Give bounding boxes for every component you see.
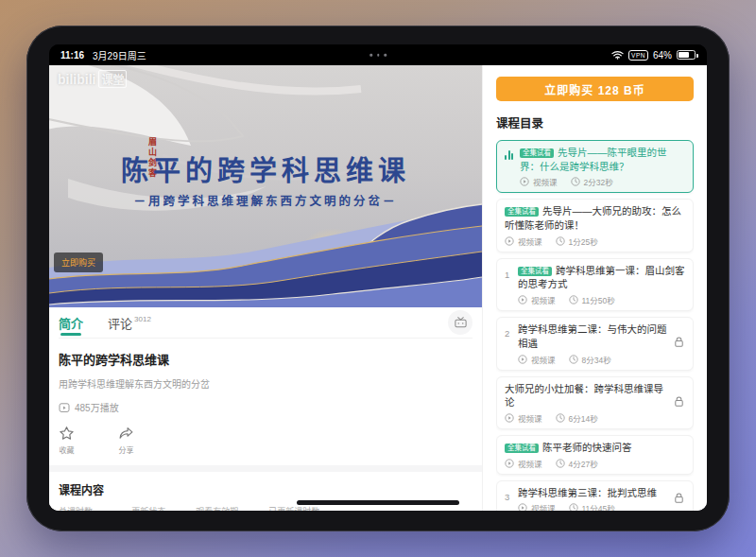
ipad-screen: 11:16 3月29日周三 VPN 64% [49,44,707,511]
video-icon [518,355,527,364]
catalog-panel: 立即购买 128 B币 课程目录 全集试看先导片——陈平眼里的世界：什么是跨学科… [482,65,707,511]
item-title: 陈平老师的快速问答 [542,442,632,453]
video-icon [518,503,527,511]
status-time: 11:16 [60,50,84,61]
favorite-button[interactable]: 收藏 [59,426,75,455]
catalog-heading: 课程目录 [496,113,694,131]
course-item[interactable]: 全集试看先导片——大师兄的助攻：怎么听懂陈老师的课！ 视频课 1分25秒 [496,199,694,252]
course-item[interactable]: 2 跨学科思维第二课：与伟大的问题相遇 视频课 8分34秒 [496,317,694,370]
course-content-heading: 课程内容 [59,481,472,497]
lock-icon [673,336,685,348]
desktop-background: 11:16 3月29日周三 VPN 64% [0,0,756,557]
banner-course-subtitle: －用跨学科思维理解东西方文明的分岔－ [49,191,482,209]
trial-badge: 全集试看 [520,148,554,158]
lock-icon [673,492,685,504]
course-banner: bilibili 课堂 眉山剑客 陈平的跨学科思维课 －用跨学科思维理解东西方文… [49,65,482,307]
video-icon [505,459,514,468]
video-icon [505,413,514,423]
course-stats: 总课时数 共10课时 更新状态 已完结 观看有效期 永久有效 [59,505,472,511]
comments-count: 3012 [134,315,151,323]
bilibili-watermark: bilibili 课堂 [58,70,127,88]
course-item-playing[interactable]: 全集试看先导片——陈平眼里的世界：什么是跨学科思维？ 视频课 2分32秒 [496,140,694,193]
lock-icon [673,395,685,408]
star-icon [59,426,75,442]
trial-badge: 全集试看 [505,444,539,453]
clock-icon [569,295,578,305]
video-icon [520,177,529,186]
item-title: 跨学科思维第二课：与伟大的问题相遇 [518,323,667,349]
clock-icon [571,177,580,186]
item-title: 大师兄的小灶加餐：跨学科思维课导论 [505,383,663,409]
bilibili-tv-icon [454,316,468,330]
item-title: 跨学科思维第三课：批判式思维 [518,487,657,498]
buy-now-button[interactable]: 立即购买 128 B币 [496,77,694,101]
item-number: 1 [505,270,513,280]
course-list: 全集试看先导片——陈平眼里的世界：什么是跨学科思维？ 视频课 2分32秒 [496,140,694,511]
clock-icon [556,459,565,468]
banner-course-title: 陈平的跨学科思维课 [49,148,482,188]
home-indicator[interactable] [297,500,459,505]
front-camera-dots [369,54,387,57]
status-date: 3月29日周三 [93,48,146,62]
vpn-badge: VPN [628,50,648,61]
course-description: 用跨学科思维理解东西方文明的分岔 [59,376,472,391]
cast-button[interactable] [448,310,472,335]
share-button[interactable]: 分享 [118,426,134,455]
course-title: 陈平的跨学科思维课 [59,350,472,368]
video-icon [505,236,514,246]
now-playing-icon [505,150,515,160]
play-square-icon [59,402,70,413]
play-count: 485万播放 [59,400,472,414]
course-item[interactable]: 全集试看陈平老师的快速问答 视频课 4分27秒 [496,435,694,475]
share-icon [118,426,134,442]
item-number: 2 [505,328,513,339]
clock-icon [569,355,578,364]
stat-total: 总课时数 共10课时 [59,505,101,511]
battery-percent: 64% [653,50,672,61]
battery-icon [677,50,696,60]
course-item[interactable]: 大师兄的小灶加餐：跨学科思维课导论 视频课 6分14秒 [496,376,694,429]
clock-icon [569,503,578,511]
status-bar: 11:16 3月29日周三 VPN 64% [49,44,707,65]
stat-updated-count: 已更新课时数 10课时 [268,505,319,511]
floating-buy-button[interactable]: 立即购买 [54,252,103,272]
tab-intro[interactable]: 简介 [59,307,83,338]
stat-update-status: 更新状态 已完结 [131,505,165,511]
tab-comments[interactable]: 评论 3012 [108,314,151,332]
clock-icon [556,236,565,246]
ipad-device-frame: 11:16 3月29日周三 VPN 64% [26,26,730,531]
stat-validity: 观看有效期 永久有效 [196,505,238,511]
wifi-icon [611,50,624,60]
course-item[interactable]: 1 全集试看跨学科思维第一课：眉山剑客的思考方式 视频课 11分50秒 [496,258,694,311]
trial-badge: 全集试看 [505,207,539,217]
item-number: 3 [505,492,513,502]
course-item[interactable]: 3 跨学科思维第三课：批判式思维 视频课 11分45秒 [496,480,694,511]
clock-icon [556,413,565,423]
video-icon [518,295,527,305]
tab-bar: 简介 评论 3012 [59,307,472,339]
section-divider [49,465,482,472]
trial-badge: 全集试看 [518,267,552,276]
